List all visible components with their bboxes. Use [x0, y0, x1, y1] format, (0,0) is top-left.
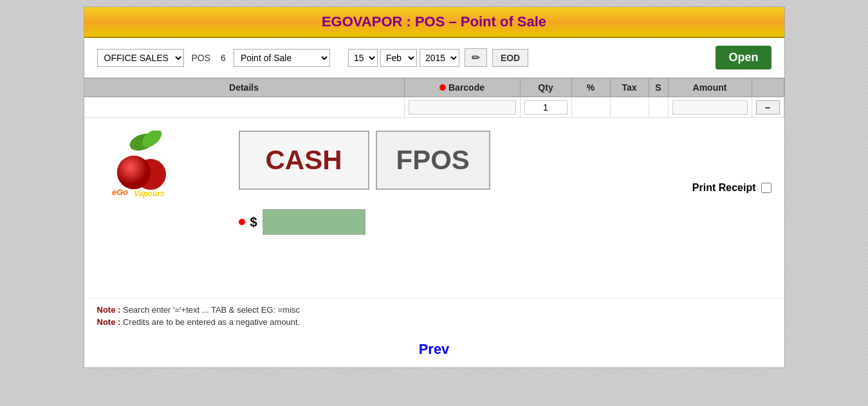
svg-text:Vapours: Vapours	[134, 189, 165, 198]
col-tax: Tax	[611, 78, 649, 97]
pos-label: POS	[192, 53, 211, 63]
note-2: Note : Credits are to be entered as a ne…	[97, 317, 771, 327]
note-2-text: Credits are to be entered as a negative …	[123, 317, 300, 327]
barcode-cell	[405, 97, 521, 117]
pencil-button[interactable]: ✏	[465, 48, 487, 67]
dollar-sign: $	[250, 215, 257, 230]
col-qty: Qty	[521, 78, 572, 97]
print-receipt-row: Print Receipt	[692, 182, 771, 194]
col-details: Details	[84, 78, 405, 97]
content-area: eGo Vapours CASH FPOS $ Print Receipt	[84, 118, 784, 298]
month-select[interactable]: JanFebMarAprMayJunJulAugSepOctNovDec	[380, 49, 417, 67]
svg-point-4	[117, 156, 151, 189]
remove-row-button[interactable]: –	[756, 100, 780, 115]
barcode-dot-icon	[439, 84, 446, 91]
svg-text:eGo: eGo	[112, 187, 128, 197]
year-select[interactable]: 20132014201520162017	[420, 49, 459, 67]
pos-type-select[interactable]: Point of Sale	[234, 49, 330, 67]
note-1-text: Search enter '='+text ... TAB & select E…	[123, 305, 300, 315]
col-amount: Amount	[669, 78, 752, 97]
note-1-label: Note :	[97, 305, 121, 315]
payment-area: CASH FPOS $	[200, 131, 630, 235]
amount-row: $	[239, 209, 365, 235]
header-bar: EGOVAPOR : POS – Point of Sale	[84, 7, 784, 38]
amount-cell	[669, 97, 752, 117]
payment-buttons: CASH FPOS	[239, 131, 490, 190]
open-button[interactable]: Open	[716, 46, 771, 69]
company-logo: eGo Vapours	[100, 131, 184, 201]
logo-area: eGo Vapours	[97, 131, 187, 201]
s-cell	[649, 97, 669, 117]
page-title: EGOVAPOR : POS – Point of Sale	[322, 14, 546, 30]
amount-dot-icon	[239, 219, 245, 225]
barcode-input[interactable]	[409, 100, 516, 115]
action-cell: –	[752, 97, 784, 117]
col-percent: %	[572, 78, 611, 97]
col-s: S	[649, 78, 669, 97]
day-select[interactable]: 1234567891011121314151617181920212223242…	[348, 49, 378, 67]
qty-input[interactable]: 1	[524, 100, 568, 115]
percent-cell	[572, 97, 611, 117]
fpos-button[interactable]: FPOS	[376, 131, 490, 190]
pos-number: 6	[221, 53, 226, 63]
col-barcode: Barcode	[405, 78, 521, 97]
eod-button[interactable]: EOD	[492, 49, 528, 67]
store-select[interactable]: OFFICE SALES	[97, 49, 184, 67]
prev-link[interactable]: Prev	[419, 341, 450, 357]
table-row: 1 –	[84, 97, 784, 118]
table-header: Details Barcode Qty % Tax S Amount	[84, 78, 784, 97]
amount-input[interactable]	[672, 100, 748, 115]
prev-nav: Prev	[84, 336, 784, 367]
col-action	[752, 78, 784, 97]
note-2-label: Note :	[97, 317, 121, 327]
toolbar: OFFICE SALES POS 6 Point of Sale 1234567…	[84, 38, 784, 78]
cash-button[interactable]: CASH	[239, 131, 369, 190]
right-panel: Print Receipt	[643, 131, 771, 194]
print-receipt-checkbox[interactable]	[761, 183, 771, 193]
print-receipt-label: Print Receipt	[692, 182, 756, 194]
notes-area: Note : Search enter '='+text ... TAB & s…	[84, 298, 784, 336]
note-1: Note : Search enter '='+text ... TAB & s…	[97, 305, 771, 315]
tax-cell	[611, 97, 649, 117]
payment-amount-input[interactable]	[263, 209, 365, 235]
date-group: 1234567891011121314151617181920212223242…	[348, 49, 459, 67]
qty-cell: 1	[521, 97, 572, 117]
details-cell	[84, 97, 405, 117]
